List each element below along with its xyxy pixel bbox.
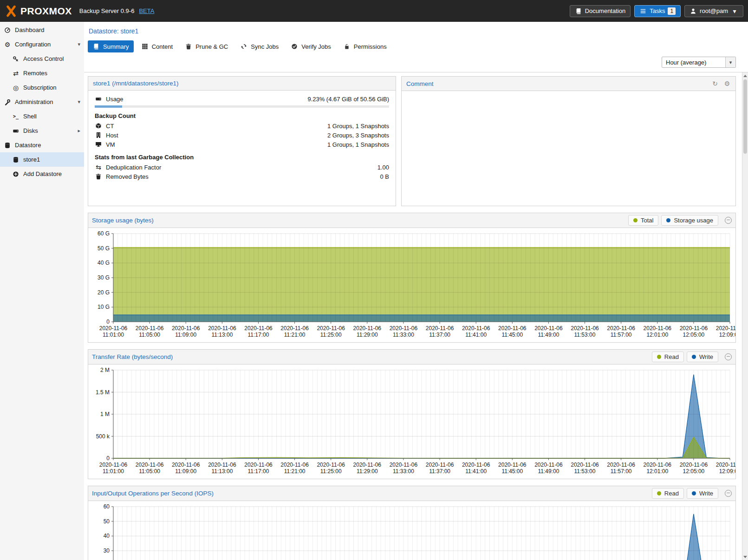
svg-text:2020-11-06: 2020-11-06 [644,325,672,332]
svg-text:11:57:00: 11:57:00 [611,468,632,475]
sidebar-item-subscription[interactable]: ◎Subscription [0,80,84,95]
legend-read[interactable]: Read [652,352,684,362]
book-icon [575,7,582,15]
collapse-arrow-icon[interactable]: ▾ [78,41,80,47]
scroll-down-arrow[interactable] [742,553,748,560]
svg-text:11:57:00: 11:57:00 [611,332,632,338]
plus-circle-icon [12,170,20,178]
list-icon [639,7,647,15]
sidebar-item-datastore[interactable]: Datastore [0,138,84,152]
gear-icon[interactable]: ⚙ [723,80,731,87]
chart-legend: ReadWrite− [652,488,732,499]
scroll-thumb[interactable] [743,79,747,154]
chart-panel-header: Transfer Rate (bytes/second)ReadWrite− [88,350,735,365]
legend-dot [657,355,661,359]
trash-icon [185,43,192,50]
summary-row-vm: VM1 Groups, 1 Snapshots [95,140,389,149]
svg-text:2020-11-06: 2020-11-06 [208,325,236,332]
row-value: 0 B [380,173,389,180]
database-icon [12,156,20,163]
usage-progress-fill [95,105,122,108]
collapse-panel-icon[interactable]: − [725,217,732,224]
chart-input-output-operations-per-second-iops: 01020304050602020-11-0611:01:002020-11-0… [88,502,735,560]
svg-text:11:41:00: 11:41:00 [465,332,487,338]
documentation-button[interactable]: Documentation [570,5,631,17]
chart-body: 010 G20 G30 G40 G50 G60 G2020-11-0611:01… [88,228,735,342]
key-icon [12,55,20,63]
svg-text:11:29:00: 11:29:00 [357,468,378,475]
beta-link[interactable]: BETA [139,7,154,14]
scroll-up-arrow[interactable] [742,72,748,79]
timeframe-combo[interactable]: Hour (average) [662,57,736,68]
vertical-scrollbar[interactable] [742,72,748,560]
svg-text:2020-11-06: 2020-11-06 [426,462,454,468]
user-icon [689,7,697,15]
comment-panel: Comment ↻ ⚙ [401,76,736,206]
chart-panel-header: Input/Output Operations per Second (IOPS… [88,486,735,501]
tab-verify-jobs[interactable]: Verify Jobs [286,40,336,52]
svg-text:11:41:00: 11:41:00 [465,468,487,475]
refresh-icon[interactable]: ↻ [711,80,719,87]
svg-text:30 G: 30 G [98,274,110,281]
legend-storage-usage[interactable]: Storage usage [661,215,718,226]
legend-write[interactable]: Write [687,488,718,499]
sidebar-item-administration[interactable]: Administration▾ [0,95,84,109]
svg-text:2020-11-06: 2020-11-06 [172,325,200,332]
book-icon [92,43,100,50]
sidebar-item-store1[interactable]: store1 [0,152,84,167]
svg-text:2020-11-06: 2020-11-06 [716,325,735,332]
sidebar-item-add-datastore[interactable]: Add Datastore [0,167,84,181]
collapse-panel-icon[interactable]: − [725,490,732,497]
tab-sync-jobs[interactable]: Sync Jobs [235,40,283,52]
svg-text:12:01:00: 12:01:00 [646,332,668,338]
legend-write[interactable]: Write [687,352,718,362]
sidebar-item-label: Shell [23,113,37,120]
collapse-arrow-icon[interactable]: ▾ [78,99,80,105]
tab-content[interactable]: Content [137,40,178,52]
sync-icon [240,43,247,50]
tasks-button[interactable]: Tasks 1 [634,5,681,17]
svg-text:2020-11-06: 2020-11-06 [498,462,527,468]
legend-total[interactable]: Total [628,215,658,226]
combo-dropdown-trigger[interactable] [725,57,735,67]
sidebar-item-configuration[interactable]: ⚙Configuration▾ [0,37,84,52]
svg-text:2020-11-06: 2020-11-06 [353,462,382,468]
sidebar-item-shell[interactable]: >_Shell [0,109,84,124]
sidebar-item-remotes[interactable]: ⇄Remotes [0,66,84,80]
proxmox-x-icon [5,5,18,18]
svg-text:2020-11-06: 2020-11-06 [680,325,708,332]
tab-summary[interactable]: Summary [88,40,134,52]
svg-text:500 k: 500 k [96,433,110,440]
svg-text:11:49:00: 11:49:00 [538,332,559,338]
sidebar-item-disks[interactable]: Disks▸ [0,124,84,138]
sidebar-item-access-control[interactable]: Access Control [0,52,84,66]
collapse-panel-icon[interactable]: − [725,353,732,360]
legend-read[interactable]: Read [652,488,684,499]
legend-dot [692,491,696,495]
summary-row-deduplication-factor: ⇆Deduplication Factor1.00 [95,163,389,172]
chart-legend: TotalStorage usage− [628,215,732,226]
svg-text:11:05:00: 11:05:00 [139,332,160,338]
wrench-icon [4,98,11,106]
legend-dot [657,491,661,495]
svg-text:2020-11-06: 2020-11-06 [644,462,672,468]
tab-prune-gc[interactable]: Prune & GC [180,40,233,52]
caret-down-icon: ▾ [731,7,738,15]
svg-text:2020-11-06: 2020-11-06 [317,325,345,332]
user-label: root@pam [700,7,728,14]
svg-text:2020-11-06: 2020-11-06 [317,462,345,468]
svg-text:2020-11-06: 2020-11-06 [426,325,454,332]
sidebar-item-dashboard[interactable]: Dashboard [0,23,84,37]
usage-label: Usage [106,96,124,103]
comment-panel-header: Comment ↻ ⚙ [402,77,735,91]
tab-label: Verify Jobs [301,43,331,50]
user-menu-button[interactable]: root@pam ▾ [684,5,743,17]
expand-arrow-icon[interactable]: ▸ [78,128,80,134]
tab-label: Summary [103,43,129,50]
tasks-badge: 1 [668,7,676,15]
sidebar-item-label: Disks [23,127,38,134]
tab-permissions[interactable]: Permissions [338,40,391,52]
svg-text:11:37:00: 11:37:00 [429,332,450,338]
comment-value[interactable] [402,91,735,206]
svg-text:11:37:00: 11:37:00 [429,468,450,475]
